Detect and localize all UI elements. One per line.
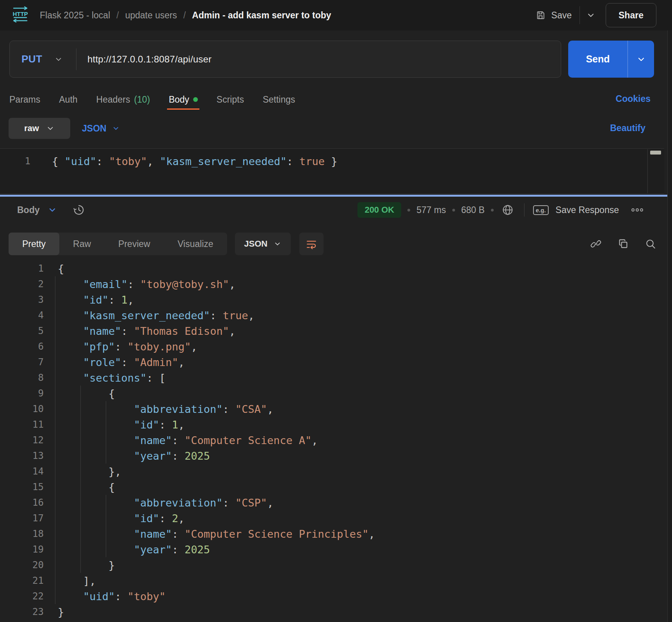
tab-params[interactable]: Params xyxy=(9,94,41,105)
save-icon xyxy=(535,10,546,21)
indent-guide xyxy=(106,401,106,464)
response-body-viewer[interactable]: 1{2"email": "toby@toby.sh",3"id": 1,4"ka… xyxy=(0,261,663,622)
body-mode-select[interactable]: raw xyxy=(9,118,70,139)
save-response-button[interactable]: Save Response xyxy=(556,205,619,215)
request-body-editor[interactable]: 1{ "uid": "toby", "kasm_server_needed": … xyxy=(0,148,664,194)
response-format-label: JSON xyxy=(244,239,268,249)
view-pretty[interactable]: Pretty xyxy=(9,233,59,255)
line-number: 17 xyxy=(0,513,44,524)
send-button[interactable]: Send xyxy=(568,41,628,78)
line-number: 5 xyxy=(0,325,44,336)
history-icon xyxy=(73,204,85,216)
network-info-button[interactable] xyxy=(501,204,514,216)
request-url-bar: PUT http://127.0.0.1:8087/api/user xyxy=(9,41,561,78)
code-line: 11"id": 1, xyxy=(0,417,663,432)
search-body-button[interactable] xyxy=(645,238,656,250)
svg-text:HTTP: HTTP xyxy=(12,11,28,17)
page-scrollbar[interactable] xyxy=(667,30,672,622)
body-mode-label: raw xyxy=(24,123,39,133)
line-number: 21 xyxy=(0,575,44,586)
line-number: 2 xyxy=(0,279,44,290)
pane-resize-handle[interactable] xyxy=(0,195,672,197)
copy-link-button[interactable] xyxy=(590,238,602,250)
tab-body[interactable]: Body xyxy=(168,94,198,105)
breadcrumb-separator: / xyxy=(116,10,119,21)
line-number: 16 xyxy=(0,497,44,508)
code-line: 21], xyxy=(0,573,663,588)
request-code: 1{ "uid": "toby", "kasm_server_needed": … xyxy=(0,153,664,169)
save-options-button[interactable] xyxy=(586,11,596,20)
cookies-link[interactable]: Cookies xyxy=(616,94,651,104)
code-line: 7"role": "Admin", xyxy=(0,354,663,370)
code-line: 9{ xyxy=(0,386,663,401)
code-line: 1{ "uid": "toby", "kasm_server_needed": … xyxy=(0,153,664,169)
send-button-group: Send xyxy=(568,41,654,78)
view-raw[interactable]: Raw xyxy=(59,233,105,255)
line-number: 1 xyxy=(0,263,44,274)
response-size[interactable]: 680 B xyxy=(461,205,485,215)
status-badge[interactable]: 200 OK xyxy=(357,202,401,218)
code-line: 8"sections": [ xyxy=(0,370,663,386)
line-number: 20 xyxy=(0,560,44,570)
body-mode-row: raw JSON xyxy=(9,118,120,139)
divider xyxy=(524,203,524,217)
line-number: 9 xyxy=(0,388,44,399)
tab-auth[interactable]: Auth xyxy=(58,94,78,105)
wrap-lines-button[interactable] xyxy=(299,233,324,255)
save-label: Save xyxy=(551,10,572,21)
line-number: 14 xyxy=(0,466,44,477)
line-number: 19 xyxy=(0,544,44,555)
wrap-text-icon xyxy=(306,238,317,250)
request-tabs: Params Auth Headers (10) Body Scripts Se… xyxy=(9,89,296,110)
url-input[interactable]: http://127.0.0.1:8087/api/user xyxy=(87,54,212,65)
view-preview[interactable]: Preview xyxy=(105,233,164,255)
line-number: 6 xyxy=(0,341,44,352)
response-code: 1{2"email": "toby@toby.sh",3"id": 1,4"ka… xyxy=(0,261,663,620)
response-meta-row: Body 200 OK 577 ms 680 B e.g. S xyxy=(17,201,644,219)
code-line: 2"email": "toby@toby.sh", xyxy=(0,276,663,292)
line-number: 10 xyxy=(0,403,44,414)
save-button[interactable]: Save xyxy=(535,10,572,21)
code-line: 10"abbreviation": "CSA", xyxy=(0,401,663,417)
tab-scripts[interactable]: Scripts xyxy=(216,94,245,105)
request-title[interactable]: Admin - add kasm server to toby xyxy=(192,10,331,21)
copy-body-button[interactable] xyxy=(617,238,629,250)
code-line: 5"name": "Thomas Edison", xyxy=(0,323,663,339)
dot-separator xyxy=(407,209,410,211)
send-options-button[interactable] xyxy=(628,41,654,78)
link-icon xyxy=(590,238,602,250)
view-visualize[interactable]: Visualize xyxy=(164,233,227,255)
more-options-button[interactable] xyxy=(631,207,644,213)
line-number: 8 xyxy=(0,372,44,383)
line-number: 15 xyxy=(0,482,44,492)
response-format-select[interactable]: JSON xyxy=(235,233,291,255)
breadcrumb-collection[interactable]: Flask 2025 - local xyxy=(40,10,110,21)
tab-settings[interactable]: Settings xyxy=(262,94,296,105)
divider xyxy=(580,6,580,24)
response-stats: 200 OK 577 ms 680 B e.g. Save Response xyxy=(357,202,644,218)
line-number: 11 xyxy=(0,419,44,430)
dot-separator xyxy=(491,209,494,211)
scrollbar-thumb[interactable] xyxy=(650,151,661,155)
line-number: 13 xyxy=(0,450,44,461)
line-number: 4 xyxy=(0,310,44,321)
breadcrumb-folder[interactable]: update users xyxy=(125,10,177,21)
method-label: PUT xyxy=(21,53,43,65)
code-line: 3"id": 1, xyxy=(0,292,663,307)
response-body-select[interactable]: Body xyxy=(17,205,57,215)
response-history-button[interactable] xyxy=(73,204,85,216)
response-time[interactable]: 577 ms xyxy=(416,205,446,215)
code-line: 1{ xyxy=(0,261,663,276)
method-selector[interactable]: PUT xyxy=(10,53,76,65)
code-line: 17"id": 2, xyxy=(0,510,663,526)
beautify-link[interactable]: Beautify xyxy=(610,123,645,133)
breadcrumb: Flask 2025 - local / update users / Admi… xyxy=(40,10,331,21)
share-button[interactable]: Share xyxy=(606,3,656,27)
body-format-select[interactable]: JSON xyxy=(82,123,120,134)
postman-app: HTTP Flask 2025 - local / update users /… xyxy=(0,0,672,622)
code-line: 14}, xyxy=(0,464,663,479)
code-line: 16"abbreviation": "CSP", xyxy=(0,495,663,510)
editor-scrollbar[interactable] xyxy=(647,149,664,193)
chevron-down-icon xyxy=(48,205,57,215)
tab-headers[interactable]: Headers (10) xyxy=(96,94,151,105)
